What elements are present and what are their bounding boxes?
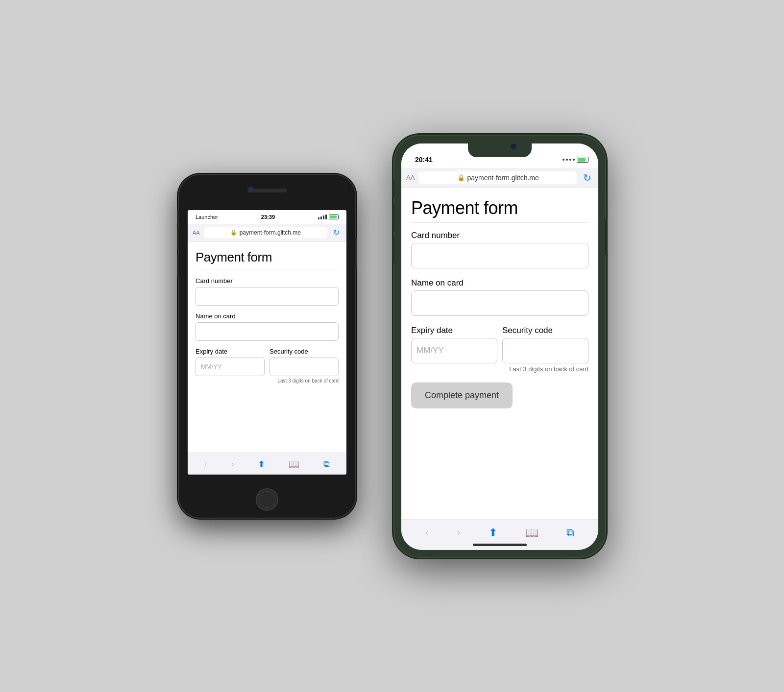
complete-payment-button[interactable]: Complete payment	[411, 382, 513, 408]
safari-navigation: ‹ › ⬆ 📖 ⧉	[188, 453, 346, 475]
name-label: Name on card	[411, 278, 588, 288]
back-button[interactable]: ‹	[421, 525, 433, 541]
address-bar[interactable]: 🔒 payment-form.glitch.me	[418, 171, 577, 184]
iphone11-screen: 20:41 AA 🔒 payment-form.glitch.me	[401, 143, 598, 550]
name-input[interactable]	[411, 290, 588, 316]
iphone7-screen: Launcher 23:39 AA	[188, 210, 346, 475]
card-number-input[interactable]	[411, 243, 588, 268]
share-button[interactable]: ⬆	[485, 525, 501, 541]
name-field: Name on card	[411, 278, 588, 326]
status-time: 20:41	[415, 156, 433, 164]
url-text: payment-form.glitch.me	[240, 229, 301, 236]
volume-up-button[interactable]	[392, 204, 394, 231]
iphone7-device: Launcher 23:39 AA	[179, 175, 355, 518]
bookmarks-button[interactable]: 📖	[285, 457, 303, 472]
name-field: Name on card	[196, 312, 339, 348]
lock-icon: 🔒	[457, 174, 465, 181]
security-hint: Last 3 digits on back of card	[502, 365, 588, 373]
security-hint: Last 3 digits on back of card	[270, 378, 339, 383]
expiry-input[interactable]	[411, 338, 497, 363]
expiry-label: Expiry date	[196, 348, 265, 355]
front-camera	[511, 143, 516, 149]
status-left: Launcher	[196, 214, 218, 220]
notch	[468, 143, 532, 157]
home-indicator	[473, 544, 527, 546]
home-button[interactable]	[256, 488, 278, 511]
card-number-label: Card number	[411, 231, 588, 240]
url-bar[interactable]: AA 🔒 payment-form.glitch.me ↻	[401, 168, 598, 188]
bookmarks-button[interactable]: 📖	[521, 525, 542, 541]
mute-button[interactable]	[392, 180, 394, 197]
url-bar[interactable]: AA 🔒 payment-form.glitch.me ↻	[188, 224, 346, 242]
expiry-security-row: Expiry date Security code Last 3 digits …	[196, 348, 339, 390]
tabs-button[interactable]: ⧉	[563, 525, 578, 541]
security-input[interactable]	[270, 358, 339, 376]
battery-fill	[330, 215, 337, 218]
forward-button[interactable]: ›	[453, 525, 464, 541]
expiry-field: Expiry date	[411, 326, 497, 382]
name-input[interactable]	[196, 322, 339, 341]
battery-fill	[578, 158, 586, 162]
card-number-label: Card number	[196, 277, 339, 285]
address-bar[interactable]: 🔒 payment-form.glitch.me	[204, 227, 327, 239]
page-title: Payment form	[196, 250, 339, 265]
status-right	[318, 215, 339, 219]
share-button[interactable]: ⬆	[254, 457, 269, 472]
name-label: Name on card	[196, 312, 339, 320]
time-label: 20:41	[415, 156, 433, 164]
page-title: Payment form	[411, 198, 588, 218]
power-button[interactable]	[605, 219, 608, 255]
volume-up-button[interactable]	[177, 229, 179, 250]
expiry-security-row: Expiry date Security code Last 3 digits …	[411, 326, 588, 382]
refresh-button[interactable]: ↻	[331, 227, 342, 238]
security-label: Security code	[270, 348, 339, 355]
lock-icon: 🔒	[230, 229, 237, 236]
volume-down-button[interactable]	[392, 237, 394, 263]
card-number-field: Card number	[411, 231, 588, 278]
refresh-button[interactable]: ↻	[581, 171, 593, 185]
security-field: Security code Last 3 digits on back of c…	[270, 348, 339, 390]
power-button[interactable]	[355, 239, 357, 268]
signal-icon	[318, 215, 327, 219]
status-bar: Launcher 23:39	[188, 210, 346, 224]
title-divider	[196, 269, 339, 269]
back-button[interactable]: ‹	[200, 457, 211, 471]
status-right	[563, 157, 588, 163]
status-time: 23:39	[261, 214, 275, 220]
security-label: Security code	[502, 326, 588, 335]
front-camera	[248, 187, 253, 191]
expiry-input[interactable]	[196, 358, 265, 376]
expiry-label: Expiry date	[411, 326, 497, 335]
tabs-button[interactable]: ⧉	[319, 457, 334, 471]
speaker-bar	[247, 189, 287, 192]
volume-down-button[interactable]	[177, 255, 179, 277]
page-content: Payment form Card number Name on card Ex…	[401, 188, 598, 519]
carrier-label: Launcher	[196, 214, 218, 220]
aa-label[interactable]: AA	[406, 174, 415, 181]
battery-icon	[577, 157, 588, 163]
card-number-field: Card number	[196, 277, 339, 312]
signal-icon	[563, 159, 575, 161]
expiry-field: Expiry date	[196, 348, 265, 390]
security-input[interactable]	[502, 338, 588, 363]
url-text: payment-form.glitch.me	[467, 174, 539, 182]
security-field: Security code Last 3 digits on back of c…	[502, 326, 588, 382]
card-number-input[interactable]	[196, 287, 339, 306]
title-divider	[411, 222, 588, 223]
battery-icon	[329, 215, 339, 219]
page-content: Payment form Card number Name on card Ex…	[188, 242, 346, 453]
forward-button[interactable]: ›	[227, 457, 238, 471]
mute-button[interactable]	[177, 209, 179, 224]
aa-label[interactable]: AA	[193, 230, 200, 236]
iphone11-device: 20:41 AA 🔒 payment-form.glitch.me	[394, 136, 605, 557]
